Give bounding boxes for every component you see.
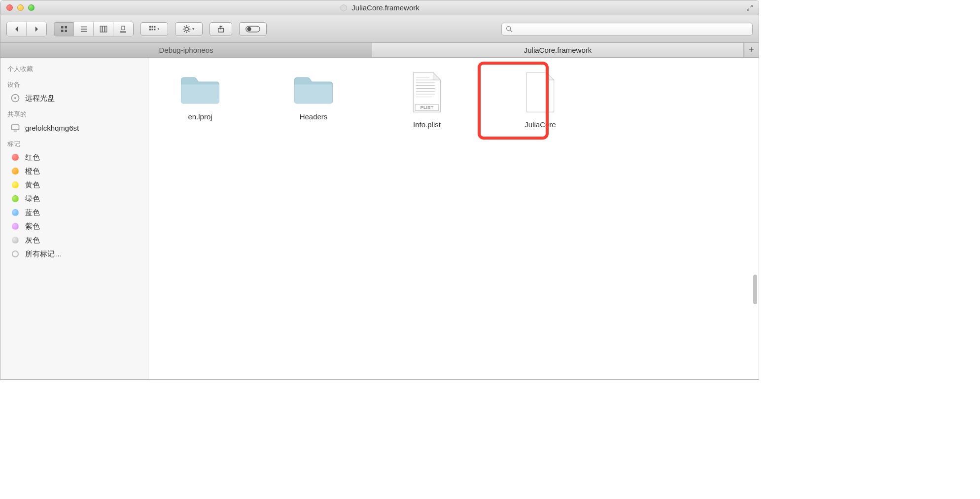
sidebar-item-tag-red[interactable]: 红色 [0, 150, 148, 164]
content-area[interactable]: en.lproj Headers PLIST Info.plist [148, 58, 759, 379]
list-view-icon [79, 25, 88, 34]
sidebar-item-tag-orange[interactable]: 橙色 [0, 164, 148, 178]
vertical-scrollbar[interactable] [752, 58, 758, 379]
column-view-icon [99, 25, 108, 34]
minimize-button[interactable] [17, 4, 24, 11]
tag-dot-purple-icon [10, 221, 20, 231]
zoom-button[interactable] [28, 4, 35, 11]
svg-rect-13 [149, 26, 151, 27]
sidebar: 个人收藏 设备 远程光盘 共享的 grelolckhqmg6st [0, 58, 148, 379]
file-item-label: en.lproj [188, 112, 212, 121]
svg-point-30 [247, 27, 251, 31]
new-tab-button[interactable]: + [744, 43, 759, 57]
arrange-button[interactable] [140, 22, 168, 36]
sidebar-item-tag-green[interactable]: 绿色 [0, 192, 148, 206]
file-item-headers[interactable]: Headers [286, 71, 341, 129]
tab-label: Debug-iphoneos [159, 46, 213, 54]
svg-rect-15 [154, 26, 155, 27]
sidebar-item-label: 黄色 [25, 180, 40, 190]
svg-point-34 [14, 97, 16, 99]
nav-back-forward [6, 22, 47, 36]
share-button[interactable] [210, 22, 232, 36]
sidebar-header-tags: 标记 [0, 138, 148, 150]
tab-juliacore-framework[interactable]: JuliaCore.framework [372, 43, 744, 57]
forward-button[interactable] [27, 22, 46, 36]
file-item-label: JuliaCore [525, 120, 556, 129]
folder-icon [292, 71, 335, 107]
fullscreen-icon[interactable] [746, 4, 754, 12]
disc-icon [10, 93, 20, 103]
svg-point-19 [185, 27, 188, 31]
coverflow-view-icon [119, 25, 128, 34]
plus-icon: + [749, 45, 754, 55]
file-item-label: Headers [300, 112, 328, 121]
sidebar-item-tag-gray[interactable]: 灰色 [0, 233, 148, 247]
sidebar-item-label: 红色 [25, 153, 40, 162]
plist-file-icon: PLIST [410, 71, 444, 115]
chevron-left-icon [12, 25, 21, 34]
tag-dot-red-icon [10, 152, 20, 162]
sidebar-item-shared-host[interactable]: grelolckhqmg6st [0, 121, 148, 135]
svg-line-24 [184, 26, 185, 27]
sidebar-section-favorites: 个人收藏 [0, 63, 148, 75]
svg-rect-0 [61, 26, 64, 29]
icon-grid: en.lproj Headers PLIST Info.plist [148, 58, 759, 143]
finder-window: JuliaCore.framework [0, 0, 759, 380]
svg-rect-9 [105, 26, 107, 32]
sidebar-header-devices: 设备 [0, 78, 148, 91]
sidebar-section-shared: 共享的 grelolckhqmg6st [0, 108, 148, 135]
svg-rect-14 [152, 26, 153, 27]
icon-view-icon [60, 25, 69, 34]
sidebar-item-all-tags[interactable]: 所有标记… [0, 247, 148, 261]
view-mode-segmented [54, 22, 134, 36]
sidebar-item-label: 灰色 [25, 236, 40, 245]
file-item-en-lproj[interactable]: en.lproj [173, 71, 227, 129]
back-button[interactable] [7, 22, 27, 36]
svg-rect-18 [154, 29, 155, 30]
edit-tags-button[interactable] [239, 22, 267, 36]
search-field-wrap [501, 23, 753, 36]
tag-dot-green-icon [10, 194, 20, 204]
tag-dot-orange-icon [10, 166, 20, 176]
svg-rect-8 [103, 26, 105, 32]
tags-toggle-icon [245, 26, 260, 33]
svg-line-26 [184, 31, 185, 32]
svg-rect-7 [100, 26, 102, 32]
view-coverflow-button[interactable] [113, 22, 133, 36]
svg-rect-16 [149, 29, 151, 30]
view-list-button[interactable] [74, 22, 94, 36]
file-item-info-plist[interactable]: PLIST Info.plist [400, 71, 454, 129]
arrange-icon [149, 25, 160, 33]
sidebar-item-label: 蓝色 [25, 208, 40, 217]
tag-dot-yellow-icon [10, 180, 20, 190]
sidebar-item-label: 紫色 [25, 222, 40, 231]
svg-line-27 [188, 26, 189, 27]
gear-icon [182, 25, 195, 34]
sidebar-item-remote-disc[interactable]: 远程光盘 [0, 91, 148, 105]
sidebar-item-tag-purple[interactable]: 紫色 [0, 219, 148, 233]
file-item-juliacore[interactable]: JuliaCore [513, 71, 567, 129]
sidebar-item-tag-blue[interactable]: 蓝色 [0, 206, 148, 219]
view-column-button[interactable] [94, 22, 113, 36]
search-input[interactable] [501, 23, 753, 36]
proxy-icon [340, 4, 348, 12]
scrollbar-thumb[interactable] [753, 275, 757, 304]
svg-line-25 [188, 31, 189, 32]
toolbar [0, 15, 759, 43]
svg-text:PLIST: PLIST [420, 105, 434, 110]
view-icon-button[interactable] [54, 22, 74, 36]
svg-line-32 [510, 30, 512, 32]
sidebar-item-tag-yellow[interactable]: 黄色 [0, 178, 148, 192]
chevron-right-icon [32, 25, 41, 34]
sidebar-header-favorites: 个人收藏 [0, 63, 148, 75]
svg-rect-17 [152, 29, 153, 30]
window-title-text: JuliaCore.framework [351, 3, 420, 12]
close-button[interactable] [6, 4, 13, 11]
monitor-icon [10, 123, 20, 133]
sidebar-item-label: 所有标记… [25, 250, 62, 259]
window-title: JuliaCore.framework [340, 3, 420, 12]
tab-debug-iphoneos[interactable]: Debug-iphoneos [0, 43, 372, 57]
tag-dot-blue-icon [10, 208, 20, 217]
sidebar-section-tags: 标记 红色 橙色 黄色 绿色 蓝色 紫色 灰色 所有标记… [0, 138, 148, 261]
action-button[interactable] [175, 22, 203, 36]
